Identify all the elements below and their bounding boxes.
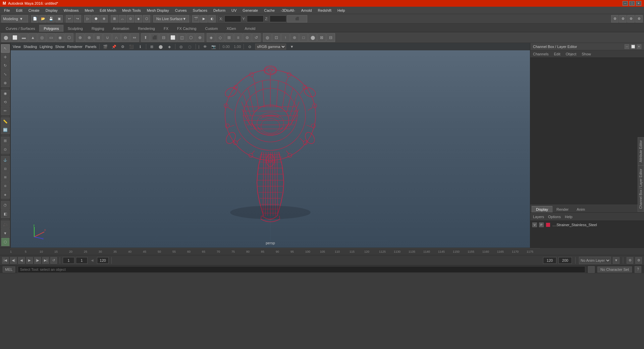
vp-shading-menu[interactable]: Shading — [23, 45, 37, 49]
anim-settings-btn-1[interactable]: ⚙ — [627, 257, 633, 264]
menu-cache[interactable]: Cache — [261, 8, 277, 13]
disc-icon-btn[interactable]: ◉ — [56, 33, 64, 42]
history-btn[interactable]: ⏱ — [1, 201, 10, 209]
channels-menu-show[interactable]: Show — [582, 52, 591, 56]
character-set-btn[interactable]: No Character Set — [597, 266, 632, 272]
prev-frame-btn[interactable]: ◀| — [10, 257, 17, 264]
display-tab-display[interactable]: Display — [532, 206, 552, 212]
close-button[interactable]: ✕ — [636, 1, 641, 6]
cube-icon-btn[interactable]: ⬜ — [10, 33, 19, 42]
tab-rigging[interactable]: Rigging — [87, 25, 108, 32]
channels-menu-edit[interactable]: Edit — [554, 52, 560, 56]
spin-edge-btn[interactable]: ↺ — [252, 33, 261, 42]
fill-hole-btn[interactable]: ⬜ — [168, 33, 177, 42]
panel-minimize-btn[interactable]: ─ — [625, 44, 629, 49]
subtab-layers[interactable]: Layers — [533, 215, 544, 219]
go-to-end-btn[interactable]: ▶| — [42, 257, 49, 264]
play-forward-btn[interactable]: ▶ — [26, 257, 33, 264]
display-tab-render[interactable]: Render — [552, 206, 573, 212]
snap-surface-btn[interactable]: ⬡ — [143, 15, 150, 22]
viewport-icon-btn[interactable]: ⬡ — [1, 238, 10, 246]
menu-uv[interactable]: UV — [229, 8, 239, 13]
vp-frame-btn[interactable]: ⬛ — [128, 44, 135, 50]
extrude-btn[interactable]: ⬆ — [141, 33, 150, 42]
save-file-btn[interactable]: 💾 — [47, 15, 55, 22]
tab-curves-surfaces[interactable]: Curves / Surfaces — [1, 25, 39, 32]
settings-btn-1[interactable]: ⚙ — [611, 15, 619, 22]
menu-help[interactable]: Help — [335, 8, 348, 13]
move-tool[interactable]: ✛ — [1, 53, 10, 61]
scale-tool[interactable]: ⤡ — [1, 70, 10, 79]
anim-layer-chevron[interactable]: ▼ — [613, 257, 620, 264]
menu-3dto-all[interactable]: -3DtoAll- — [278, 8, 298, 13]
display-border-btn[interactable]: □ — [299, 33, 308, 42]
tab-rendering[interactable]: Rendering — [133, 25, 159, 32]
go-to-start-btn[interactable]: |◀ — [2, 257, 9, 264]
maximize-button[interactable]: □ — [629, 1, 635, 6]
bevel-btn[interactable]: ◈ — [207, 33, 215, 42]
vp-attr-btn[interactable]: ⚙ — [120, 44, 126, 50]
vp-gamma-expand[interactable]: ▼ — [289, 44, 295, 50]
wedge-btn[interactable]: ◫ — [177, 33, 186, 42]
render-seq-btn[interactable]: ▶ — [200, 15, 208, 22]
anim-start-input[interactable] — [543, 257, 556, 264]
play-back-btn[interactable]: ◀ — [18, 257, 25, 264]
channel-box-layer-editor-tab[interactable]: Channel Box / Layer Editor — [638, 166, 644, 212]
crease-btn[interactable]: ⊞ — [225, 33, 233, 42]
menu-edit[interactable]: Edit — [13, 8, 25, 13]
bridge-btn[interactable]: ⬛ — [150, 33, 159, 42]
end-frame-input[interactable] — [97, 257, 109, 264]
x-input[interactable] — [224, 15, 241, 22]
next-frame-btn[interactable]: |▶ — [34, 257, 41, 264]
menu-mesh-display[interactable]: Mesh Display — [144, 8, 172, 13]
cone-icon-btn[interactable]: ▲ — [29, 33, 37, 42]
snap-pairs-btn[interactable]: ⊟ — [1, 164, 10, 173]
vp-show-menu[interactable]: Show — [55, 45, 65, 49]
plane-icon-btn[interactable]: ▭ — [47, 33, 55, 42]
channels-menu-object[interactable]: Object — [566, 52, 576, 56]
snap-grid-tool-btn[interactable]: ⊞ — [1, 173, 10, 182]
sphere-icon-btn[interactable]: ⬤ — [1, 33, 10, 42]
pipe-icon-btn[interactable]: ⬡ — [65, 33, 73, 42]
snap-all-btn[interactable]: ⚓ — [1, 156, 10, 164]
gamma-select[interactable]: sRGB gamma — [255, 44, 286, 50]
new-file-btn[interactable]: 📄 — [31, 15, 39, 22]
bool-diff-btn[interactable]: ∩ — [112, 33, 121, 42]
tab-arnold[interactable]: Arnold — [240, 25, 260, 32]
lasso-btn[interactable]: ⬟ — [92, 15, 100, 22]
menu-redshift[interactable]: Redshift — [315, 8, 334, 13]
menu-mesh[interactable]: Mesh — [82, 8, 96, 13]
bool-inter-btn[interactable]: ⊖ — [121, 33, 130, 42]
paint-sel-tool[interactable]: ✏ — [1, 107, 10, 115]
subtab-help[interactable]: Help — [565, 215, 573, 219]
tab-polygons[interactable]: Polygons — [39, 25, 63, 32]
menu-curves[interactable]: Curves — [172, 8, 190, 13]
vp-view-menu[interactable]: View — [13, 45, 21, 49]
status-input[interactable] — [18, 266, 585, 273]
y-input[interactable] — [247, 15, 264, 22]
connect-btn[interactable]: ⊕ — [196, 33, 204, 42]
vp-bookmark-btn[interactable]: 📌 — [111, 44, 117, 50]
minimize-button[interactable]: ─ — [623, 1, 628, 6]
display-layer-btn[interactable]: ◧ — [1, 210, 10, 218]
layer-playback-btn[interactable]: P — [539, 222, 544, 227]
paint-btn[interactable]: ⊕ — [100, 15, 108, 22]
menu-file[interactable]: File — [1, 8, 13, 13]
loop-btn[interactable]: ↺ — [50, 257, 57, 264]
cleanup-btn[interactable]: ⊠ — [317, 33, 326, 42]
menu-arnold[interactable]: Arnold — [299, 8, 315, 13]
display-normal-btn[interactable]: ⊛ — [290, 33, 299, 42]
menu-deform[interactable]: Deform — [211, 8, 228, 13]
render-btn[interactable]: 🎬 — [192, 15, 200, 22]
attribute-editor-tab[interactable]: Attribute Editor — [638, 137, 644, 165]
tab-xgen[interactable]: XGen — [222, 25, 240, 32]
slide-edge-btn[interactable]: ≡ — [234, 33, 243, 42]
render-region-btn[interactable]: 🎥 — [1, 220, 10, 229]
collapse-btn[interactable]: ▼ — [1, 229, 10, 237]
snap-point-btn[interactable]: ⊙ — [127, 15, 134, 22]
tab-fx-caching[interactable]: FX Caching — [173, 25, 201, 32]
tab-fx[interactable]: FX — [159, 25, 173, 32]
anim-settings-btn-2[interactable]: ⚙ — [635, 257, 642, 264]
channels-menu-channels[interactable]: Channels — [533, 52, 548, 56]
menu-display[interactable]: Display — [43, 8, 60, 13]
